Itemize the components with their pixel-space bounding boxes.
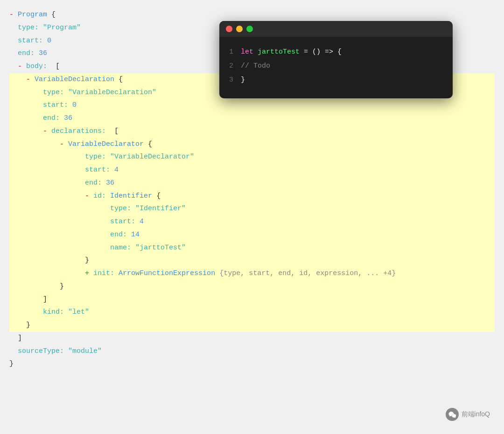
ast-line: kind: "let"	[9, 306, 495, 319]
code-window: 1 let jarttoTest = () => { 2 // Todo 3 }	[219, 21, 453, 98]
ast-line: - declarations: [	[9, 125, 495, 138]
ast-line: start: 4	[9, 164, 495, 177]
ast-line: sourceType: "module"	[9, 345, 495, 358]
code-line-2: 2 // Todo	[227, 59, 443, 73]
ast-line: }	[9, 358, 495, 371]
ast-line: + init: ArrowFunctionExpression {type, s…	[9, 267, 495, 280]
ast-line: - VariableDeclarator {	[9, 138, 495, 151]
ast-line: type: "Identifier"	[9, 202, 495, 215]
ast-key: Program	[18, 11, 47, 19]
ast-line: end: 36	[9, 112, 495, 125]
maximize-dot	[246, 26, 253, 32]
ast-line: - Program {	[9, 8, 495, 21]
watermark-text: 前端infoQ	[462, 410, 490, 419]
code-line-3: 3 }	[227, 73, 443, 87]
ast-line: start: 4	[9, 215, 495, 228]
line-number: 2	[227, 59, 233, 73]
code-line-1: 1 let jarttoTest = () => {	[227, 45, 443, 59]
code-text: // Todo	[241, 59, 270, 73]
ast-line: ]	[9, 332, 495, 345]
ast-line: }	[9, 319, 495, 332]
wechat-icon	[446, 408, 459, 421]
ast-line: - id: Identifier {	[9, 190, 495, 203]
minus-icon: -	[9, 11, 14, 19]
ast-line: ]	[9, 293, 495, 306]
minimize-dot	[236, 26, 243, 32]
close-dot	[226, 26, 232, 32]
line-number: 3	[227, 73, 233, 87]
ast-line: end: 36	[9, 177, 495, 190]
ast-line: }	[9, 280, 495, 293]
highlight-region: - VariableDeclaration { type: "VariableD…	[9, 73, 495, 332]
window-titlebar	[219, 21, 453, 37]
watermark: 前端infoQ	[446, 408, 490, 421]
ast-line: }	[9, 254, 495, 267]
code-text: let jarttoTest = () => {	[241, 45, 342, 59]
ast-line: start: 0	[9, 99, 495, 112]
code-body: 1 let jarttoTest = () => { 2 // Todo 3 }	[219, 37, 453, 98]
code-text: }	[241, 73, 245, 87]
ast-line: end: 14	[9, 228, 495, 241]
line-number: 1	[227, 45, 233, 59]
ast-line: name: "jarttoTest"	[9, 241, 495, 255]
ast-line: type: "VariableDeclarator"	[9, 151, 495, 164]
